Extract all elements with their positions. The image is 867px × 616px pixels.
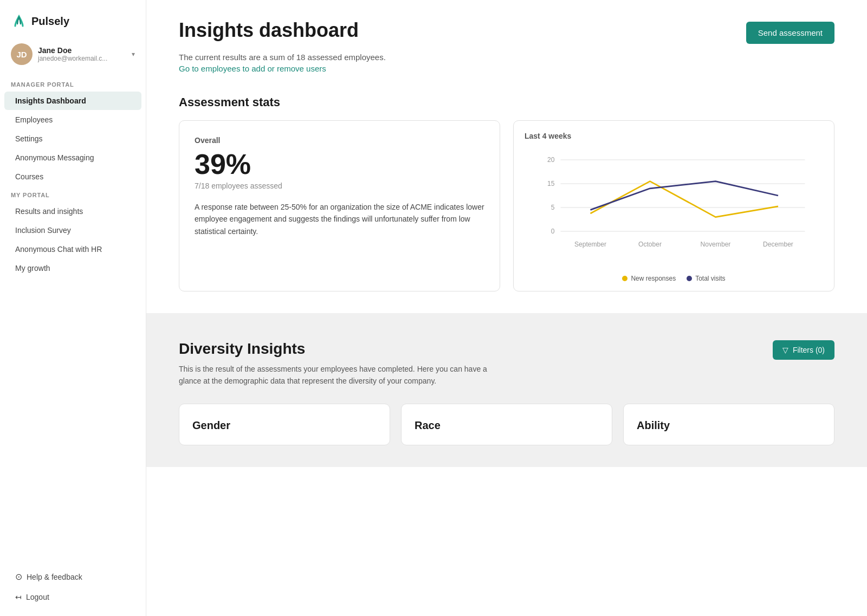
filter-icon: ▽ <box>782 346 788 354</box>
svg-text:December: December <box>763 241 793 248</box>
svg-text:5: 5 <box>551 204 555 211</box>
send-assessment-button[interactable]: Send assessment <box>746 22 834 44</box>
sidebar: Pulsely JD Jane Doe janedoe@workemail.c.… <box>0 0 146 616</box>
diversity-description: This is the result of the assessments yo… <box>179 363 504 387</box>
sidebar-item-employees[interactable]: Employees <box>4 111 141 129</box>
ability-card: Ability <box>623 404 834 445</box>
gender-title: Gender <box>192 419 377 432</box>
page-title: Insights dashboard <box>179 20 359 41</box>
assessed-label: 7/18 employees assessed <box>195 181 484 190</box>
help-icon: ⊙ <box>15 572 22 582</box>
diversity-section: Diversity Insights This is the result of… <box>146 313 867 467</box>
page-header: Insights dashboard Send assessment <box>179 20 834 44</box>
svg-text:November: November <box>701 241 731 248</box>
svg-text:October: October <box>638 241 662 248</box>
last-4-weeks-card: Last 4 weeks 20 15 5 0 September October… <box>513 120 834 291</box>
svg-text:20: 20 <box>547 156 555 164</box>
page-subtitle: The current results are a sum of 18 asse… <box>179 53 834 62</box>
svg-text:September: September <box>574 241 606 248</box>
sidebar-item-my-growth[interactable]: My growth <box>4 259 141 277</box>
my-nav: Results and insights Inclusion Survey An… <box>0 202 146 278</box>
svg-text:15: 15 <box>547 180 555 187</box>
chart-legend: New responses Total visits <box>525 275 823 282</box>
diversity-title: Diversity Insights <box>179 340 751 358</box>
sidebar-item-insights-dashboard[interactable]: Insights Dashboard <box>4 92 141 110</box>
stats-grid: Overall 39% 7/18 employees assessed A re… <box>179 120 834 291</box>
user-name: Jane Doe <box>38 46 126 55</box>
sidebar-bottom: ⊙ Help & feedback ↤ Logout <box>0 557 146 616</box>
logout-icon: ↤ <box>15 593 22 601</box>
pulsely-logo-icon <box>11 13 27 29</box>
logout-item[interactable]: ↤ Logout <box>4 588 141 606</box>
user-email: janedoe@workemail.c... <box>38 55 126 62</box>
gender-card: Gender <box>179 404 390 445</box>
new-responses-dot <box>622 276 627 281</box>
logo[interactable]: Pulsely <box>0 0 146 38</box>
total-visits-line <box>591 181 779 210</box>
last4weeks-label: Last 4 weeks <box>525 132 823 140</box>
total-visits-legend: Total visits <box>687 275 725 282</box>
ability-title: Ability <box>637 419 821 432</box>
diversity-header: Diversity Insights This is the result of… <box>179 340 834 387</box>
avatar: JD <box>11 43 33 65</box>
logo-text: Pulsely <box>31 15 69 28</box>
race-card: Race <box>401 404 612 445</box>
category-cards: Gender Race Ability <box>179 404 834 445</box>
svg-text:0: 0 <box>551 228 555 235</box>
chevron-down-icon: ▾ <box>132 50 135 58</box>
sidebar-item-anonymous-messaging[interactable]: Anonymous Messaging <box>4 148 141 167</box>
sidebar-item-settings[interactable]: Settings <box>4 129 141 148</box>
manager-nav: Insights Dashboard Employees Settings An… <box>0 91 146 186</box>
overall-label: Overall <box>195 136 484 145</box>
help-feedback-item[interactable]: ⊙ Help & feedback <box>4 567 141 587</box>
sidebar-item-results-insights[interactable]: Results and insights <box>4 202 141 221</box>
filters-button[interactable]: ▽ Filters (0) <box>773 340 834 360</box>
line-chart: 20 15 5 0 September October November Dec… <box>525 148 823 267</box>
sidebar-item-inclusion-survey[interactable]: Inclusion Survey <box>4 221 141 239</box>
assessment-stats-section: Assessment stats Overall 39% 7/18 employ… <box>146 90 867 313</box>
page-header-section: Insights dashboard Send assessment The c… <box>146 0 867 90</box>
employees-link[interactable]: Go to employees to add or remove users <box>179 64 326 73</box>
race-title: Race <box>415 419 599 432</box>
sidebar-item-courses[interactable]: Courses <box>4 167 141 186</box>
total-visits-dot <box>687 276 692 281</box>
overall-percent: 39% <box>195 150 484 178</box>
new-responses-legend: New responses <box>622 275 676 282</box>
overall-description: A response rate between 25-50% for an or… <box>195 201 484 237</box>
overall-card: Overall 39% 7/18 employees assessed A re… <box>179 120 500 291</box>
sidebar-item-anonymous-chat[interactable]: Anonymous Chat with HR <box>4 240 141 258</box>
assessment-stats-title: Assessment stats <box>179 95 834 109</box>
manager-section-label: Manager portal <box>0 76 146 91</box>
main-content: Insights dashboard Send assessment The c… <box>146 0 867 616</box>
user-menu[interactable]: JD Jane Doe janedoe@workemail.c... ▾ <box>0 38 146 76</box>
my-section-label: My portal <box>0 186 146 202</box>
